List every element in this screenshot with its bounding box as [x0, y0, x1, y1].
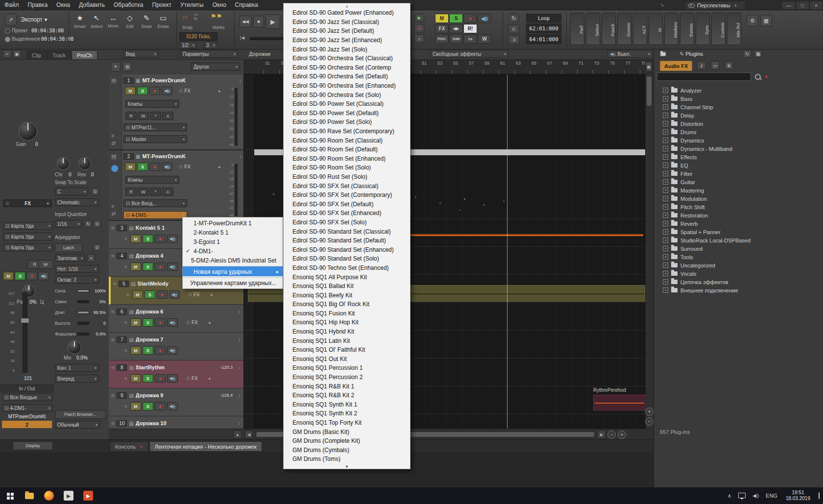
drum-map-menu-item[interactable]: GM Drums (Basic Kit) — [284, 427, 410, 436]
track-row[interactable]: ≋ 8 ▤ StartRythm -120.3 ↕ ≡ M S ● — [109, 360, 243, 388]
tool-button[interactable]: ↔ Move — [105, 14, 121, 29]
scale-name-dropdown[interactable]: Chromatic — [55, 198, 99, 206]
reverb-knob[interactable] — [78, 157, 91, 170]
fx-label[interactable]: FX — [179, 88, 191, 94]
drum-map-menu-item[interactable]: Ensoniq SQ1 Latin Kit — [284, 336, 410, 345]
grid-icon[interactable]: ▦ — [754, 50, 762, 58]
drum-map-menu-item[interactable]: Ensoniq SQ1 Beefy Kit — [284, 290, 410, 300]
expand-plus-icon[interactable]: + — [663, 188, 668, 193]
expand-plus-icon[interactable]: + — [663, 254, 668, 260]
drum-map-menu-item[interactable]: Edirol SD-90 Room Set (Enhanced) — [284, 154, 410, 164]
plugin-category[interactable]: + Dynamics — [654, 136, 823, 144]
velocity-fader-track[interactable] — [23, 292, 27, 373]
resize-icon[interactable]: ↔ — [659, 0, 667, 8]
view-dropdown[interactable]: Вид — [123, 50, 159, 58]
plugin-category[interactable]: + Channel Strip — [654, 103, 823, 111]
track-name[interactable]: Дорожка 4 — [136, 253, 164, 259]
track-name[interactable]: StartMelody — [138, 281, 169, 287]
plugins-tab[interactable]: ✎ Plugins — [679, 51, 703, 57]
playhead[interactable] — [507, 74, 508, 429]
loop-end-marker-icon[interactable]: ⊐ — [508, 35, 519, 44]
context-menu-item[interactable]: ✓ Управление картами ударных... ▸ — [183, 277, 283, 288]
plugin-category[interactable]: + StudioRack Local-DSPBased — [654, 236, 823, 244]
module-toggle-button[interactable]: ACT — [633, 13, 647, 45]
expand-plus-icon[interactable]: + — [663, 288, 668, 293]
mute-button[interactable]: M — [132, 290, 143, 299]
drag-handle-icon[interactable]: ≋ — [113, 281, 117, 287]
notification-center-icon[interactable] — [819, 493, 820, 499]
drag-handle-icon[interactable]: ≋ — [111, 337, 115, 342]
snap-mode-toggle[interactable]: тову — [194, 13, 197, 21]
dock-icon[interactable]: ▣ — [13, 50, 21, 58]
plugin-category[interactable]: + Drums — [654, 128, 823, 136]
arp-list-button[interactable]: ≡ — [87, 254, 95, 262]
prochannel-fx-module[interactable]: ⊙ FX + — [3, 199, 52, 207]
menu-item[interactable]: Файл — [0, 0, 24, 10]
drum-map-menu-item[interactable]: Ensoniq SQ1 R&B Kit 2 — [284, 391, 410, 400]
expand-plus-icon[interactable]: + — [663, 263, 668, 268]
loop-icon[interactable]: ↻ — [508, 14, 519, 23]
collapse-left-icon[interactable]: « — [3, 50, 11, 58]
solo-button[interactable]: S — [143, 263, 153, 271]
key-icon[interactable]: ⚷ — [697, 61, 706, 70]
drum-map-menu-item[interactable]: Edirol SD-90 Techno Set (Enhanced) — [284, 264, 410, 273]
scroll-right-icon[interactable]: ▶ — [598, 431, 605, 438]
arp-note-dropdown[interactable]: Нот: 1/16 — [55, 265, 99, 273]
solo-button[interactable]: S — [143, 235, 153, 243]
automation-button[interactable]: * — [150, 188, 161, 196]
solo-button[interactable]: S — [143, 402, 153, 410]
mute-button[interactable]: M — [125, 87, 136, 95]
solo-button[interactable]: S — [143, 318, 153, 327]
snap-magnet-icon[interactable]: ∩ — [182, 13, 188, 21]
lane-menu-icon[interactable]: ≡ — [124, 376, 127, 381]
drum-map-menu-item[interactable]: Edirol SD-90 Power Set (Solo) — [284, 118, 410, 127]
audio-clip[interactable] — [593, 395, 645, 410]
swap-icon[interactable]: ⇄ — [111, 211, 116, 217]
audio-fx-tab[interactable]: Audio FX — [660, 61, 692, 71]
plugin-category[interactable]: + Цепочка эффектов — [654, 278, 823, 286]
plugin-category[interactable]: + Tools — [654, 253, 823, 261]
expand-plus-icon[interactable]: + — [663, 271, 668, 276]
input-echo-button[interactable]: ◀)) — [167, 318, 178, 327]
arm-play-button[interactable]: ▶ — [414, 14, 424, 22]
parameters-dropdown[interactable]: Параметры — [180, 50, 238, 58]
solo-button[interactable]: S — [137, 87, 148, 95]
module-toggle-button[interactable]: Perf — [570, 13, 584, 45]
plugin-category[interactable]: + Uncategorized — [654, 261, 823, 269]
fx-label[interactable]: FX — [186, 320, 198, 325]
tool-button[interactable]: ◇ Edit — [121, 14, 138, 29]
module-toggle-button[interactable]: Markers — [664, 13, 678, 45]
project-time-radio[interactable] — [5, 28, 10, 34]
zoom-out-icon[interactable]: − — [645, 417, 654, 426]
drum-map-dropdown[interactable]: ⊟ Карта Уда — [3, 243, 53, 251]
snap-division-dropdown[interactable]: 1/2 — [179, 41, 197, 49]
drum-map-menu-item[interactable]: Ensoniq SQ1 Percussion 1 — [284, 363, 410, 373]
free-effects-dropdown[interactable]: Свободные эффекты — [430, 50, 508, 58]
stop-button[interactable]: ■ — [253, 16, 264, 27]
drum-map-menu-item[interactable]: Ensoniq SQ1 Big Ol' Rock Kit — [284, 300, 410, 309]
track-name[interactable]: Дорожка 6 — [136, 309, 164, 314]
expand-plus-icon[interactable]: + — [663, 229, 668, 235]
drum-map-menu-item[interactable]: Edirol SD-90 Orchestra Set (Classical) — [284, 54, 410, 63]
lane-menu-icon[interactable]: ≡ — [124, 236, 127, 241]
settings-gear-icon[interactable]: ⚙ — [747, 15, 758, 26]
drum-map-menu-item[interactable]: Edirol SD-90 Standard Set (Solo) — [284, 254, 410, 264]
rewind-button[interactable]: ◀◀ — [239, 16, 252, 27]
drum-map-menu-item[interactable]: Ensoniq SQ1 Ballad Kit — [284, 282, 410, 291]
record-automation-button[interactable]: R! — [463, 24, 477, 33]
drum-map-menu-item[interactable]: Edirol SD-90 Orchestra Set (Contemp — [284, 63, 410, 72]
chorus-knob[interactable] — [57, 157, 70, 170]
drum-map-menu-item[interactable]: Ensoniq SQ1 Synth Kit 2 — [284, 409, 410, 418]
menu-item[interactable]: Добавить — [74, 0, 109, 10]
drag-handle-icon[interactable]: ≋ — [111, 225, 115, 231]
menu-item[interactable]: Справка — [231, 0, 263, 10]
drum-map-menu-item[interactable]: Edirol SD-90 Rust Set (Solo) — [284, 172, 410, 182]
plugin-category[interactable]: + Spatial + Panner — [654, 228, 823, 236]
mute-button[interactable]: M — [130, 346, 141, 355]
channel-dropdown[interactable]: Кан: 1 — [55, 364, 99, 372]
sync-icon[interactable]: ↻ — [743, 50, 751, 58]
position-slider[interactable] — [250, 37, 283, 40]
track-row[interactable]: ▤ ≡ ⇄ 2 ▦ MT-PowerDrumK ↕ M S ● ◀)) FX +… — [109, 150, 243, 221]
expand-plus-icon[interactable]: + — [663, 171, 668, 176]
record-arm-button[interactable]: ● — [157, 290, 168, 299]
